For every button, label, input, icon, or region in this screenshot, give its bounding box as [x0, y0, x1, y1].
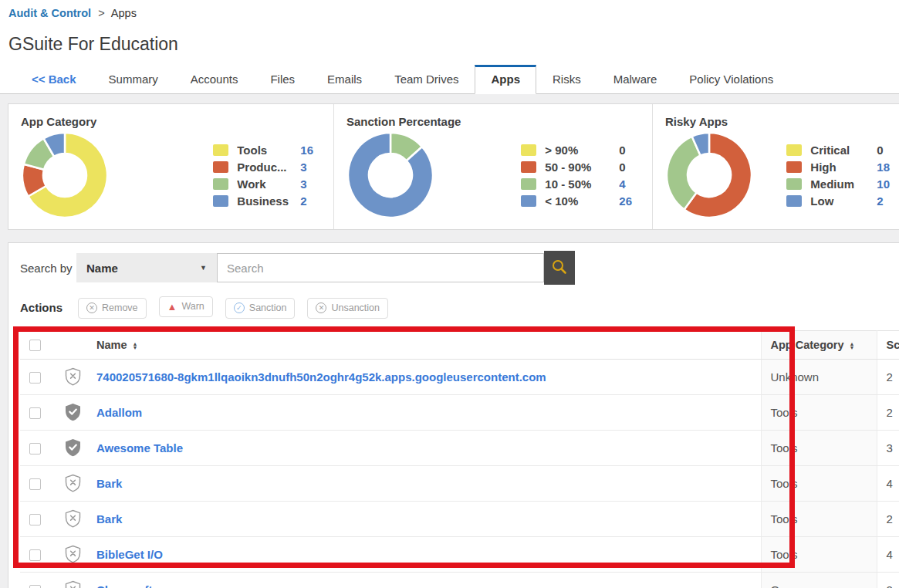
app-category-cell: Unknown	[761, 359, 877, 394]
tab-files[interactable]: Files	[254, 66, 311, 93]
row-checkbox[interactable]	[29, 443, 41, 455]
chart-title: App Category	[8, 104, 333, 128]
legend-swatch	[213, 178, 228, 190]
warn-button[interactable]: ▲Warn	[159, 296, 213, 317]
tab-summary[interactable]: Summary	[93, 66, 174, 93]
legend-label: > 90%	[545, 144, 616, 157]
tab-back[interactable]: << Back	[15, 66, 93, 93]
legend-swatch	[213, 144, 228, 156]
shield-x-icon	[64, 474, 82, 492]
legend-value: 0	[619, 161, 625, 174]
tab-emails[interactable]: Emails	[311, 66, 378, 93]
action-button-label: Sanction	[249, 302, 287, 313]
remove-button[interactable]: ✕Remove	[78, 298, 147, 319]
legend-item: High18	[786, 161, 890, 174]
row-checkbox[interactable]	[29, 585, 41, 588]
action-button-label: Remove	[102, 302, 138, 313]
shield-x-icon	[64, 580, 82, 588]
legend-swatch	[786, 178, 802, 190]
legend-label: High	[810, 161, 874, 174]
search-input[interactable]	[217, 253, 544, 282]
apps-table: Name▲▼ App Category▲▼ Score 740020571680…	[20, 330, 899, 588]
sort-icon: ▲▼	[133, 342, 138, 350]
legend-value[interactable]: 3	[300, 177, 306, 191]
row-checkbox[interactable]	[29, 372, 41, 384]
tab-accounts[interactable]: Accounts	[174, 66, 255, 93]
shield-x-icon	[64, 545, 82, 563]
app-name-link[interactable]: Classcraft	[96, 583, 153, 588]
table-row: AdallomTools2	[20, 394, 899, 430]
legend-value[interactable]: 2	[300, 194, 306, 208]
legend-value[interactable]: 4	[619, 177, 625, 191]
legend-item: Tools16	[213, 144, 313, 157]
legend-value[interactable]: 26	[619, 194, 632, 208]
app-name-link[interactable]: 740020571680-8gkm1llqaoikn3dnufh50n2oghr…	[96, 370, 546, 384]
legend-swatch	[521, 144, 536, 156]
legend-value[interactable]: 16	[300, 144, 313, 157]
legend-label: Low	[810, 194, 874, 208]
column-header-score[interactable]: Score	[877, 330, 899, 359]
column-header-name[interactable]: Name▲▼	[87, 330, 761, 359]
shield-x-icon	[64, 509, 82, 528]
legend-value[interactable]: 18	[877, 161, 890, 174]
legend-item: Produc...3	[213, 161, 313, 174]
legend-item: Low2	[786, 194, 890, 208]
row-checkbox[interactable]	[29, 514, 41, 525]
tab-bar: << Back SummaryAccountsFilesEmailsTeam D…	[0, 65, 899, 94]
unsanction-button[interactable]: ✕Unsanction	[307, 298, 388, 319]
action-button-label: Warn	[181, 301, 204, 312]
table-row: 740020571680-8gkm1llqaoikn3dnufh50n2oghr…	[20, 359, 899, 394]
app-category-cell: Tools	[761, 430, 877, 465]
select-all-checkbox[interactable]	[29, 340, 41, 351]
legend-value: 0	[877, 144, 883, 157]
app-name-link[interactable]: BibleGet I/O	[96, 548, 163, 561]
tab-team-drives[interactable]: Team Drives	[378, 66, 475, 93]
legend-label: Work	[237, 177, 297, 191]
legend-item: Work3	[213, 177, 313, 191]
search-field-dropdown[interactable]: Name ▼	[76, 253, 217, 282]
row-checkbox[interactable]	[29, 549, 41, 561]
app-category-cell: Tools	[761, 536, 877, 572]
page-title: GSuite For Education	[8, 34, 899, 55]
chart-legend: Tools16Produc...3Work3Business2	[213, 140, 313, 211]
legend-swatch	[521, 178, 536, 190]
row-checkbox[interactable]	[29, 478, 41, 490]
column-header-status	[55, 330, 87, 359]
app-name-link[interactable]: Bark	[96, 512, 122, 525]
app-category-cell: Games	[761, 572, 877, 588]
table-header-row: Name▲▼ App Category▲▼ Score	[20, 330, 899, 359]
table-row: Awesome TableTools3	[20, 430, 899, 465]
legend-value[interactable]: 3	[300, 161, 306, 174]
table-row: BarkTools2	[20, 501, 899, 536]
legend-label: 10 - 50%	[545, 177, 616, 191]
actions-row: Actions ✕Remove▲Warn✓Sanction✕Unsanction	[20, 296, 899, 319]
row-checkbox[interactable]	[29, 407, 41, 419]
sanction-button[interactable]: ✓Sanction	[225, 298, 296, 319]
table-row: BibleGet I/OTools4	[20, 536, 899, 572]
breadcrumb-link-audit-control[interactable]: Audit & Control	[8, 7, 91, 19]
tab-risks[interactable]: Risks	[536, 66, 597, 93]
app-name-link[interactable]: Adallom	[96, 406, 142, 419]
legend-label: < 10%	[545, 194, 616, 208]
tab-policy-violations[interactable]: Policy Violations	[673, 66, 789, 93]
circle-x-icon: ✕	[86, 302, 97, 313]
donut-chart	[19, 130, 110, 221]
search-button[interactable]	[544, 251, 575, 285]
legend-swatch	[786, 144, 802, 156]
app-name-link[interactable]: Bark	[96, 477, 122, 490]
tab-apps[interactable]: Apps	[475, 65, 536, 94]
app-score-cell: 3	[877, 430, 899, 465]
legend-swatch	[786, 195, 802, 207]
circle-x-icon: ✕	[316, 302, 326, 313]
chevron-down-icon: ▼	[200, 264, 207, 272]
app-name-link[interactable]: Awesome Table	[96, 441, 183, 455]
app-score-cell: 2	[877, 359, 899, 394]
legend-value[interactable]: 2	[877, 194, 883, 208]
app-category-cell: Tools	[761, 501, 877, 536]
warning-triangle-icon: ▲	[167, 302, 177, 312]
legend-value[interactable]: 10	[877, 177, 890, 191]
app-score-cell: 2	[877, 501, 899, 536]
column-header-app-category[interactable]: App Category▲▼	[761, 330, 877, 359]
tab-malware[interactable]: Malware	[597, 66, 674, 93]
search-field-value: Name	[86, 262, 118, 275]
